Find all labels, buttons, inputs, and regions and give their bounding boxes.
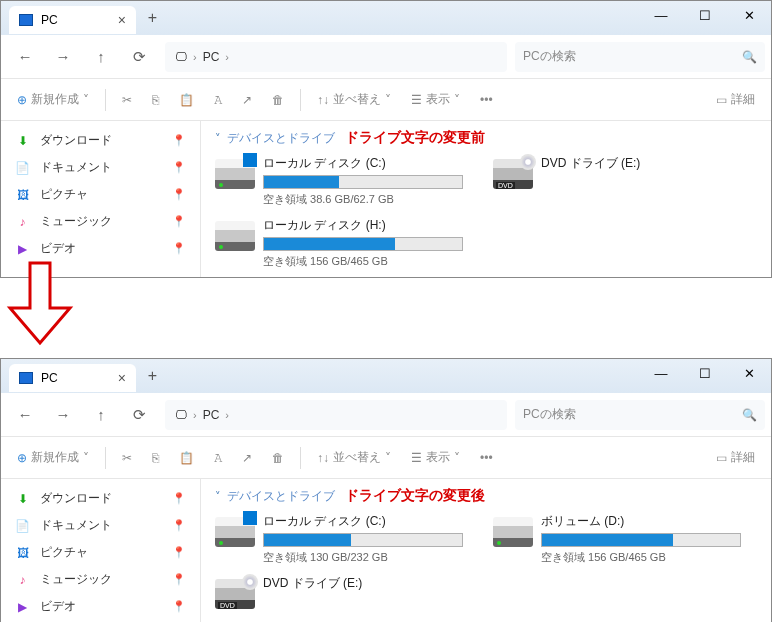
drive-c[interactable]: ローカル ディスク (C:) 空き領域 130 GB/232 GB <box>215 513 473 565</box>
sidebar: ⬇ダウンロード📍 📄ドキュメント📍 🖼ピクチャ📍 ♪ミュージック📍 ▶ビデオ📍 <box>1 479 201 622</box>
copy-button[interactable]: ⎘ <box>144 89 167 111</box>
close-tab-icon[interactable]: × <box>118 12 126 28</box>
tab-pc[interactable]: PC × <box>9 364 136 392</box>
dvd-icon <box>493 159 533 189</box>
sidebar: ⬇ダウンロード📍 📄ドキュメント📍 🖼ピクチャ📍 ♪ミュージック📍 ▶ビデオ📍 <box>1 121 201 277</box>
rename-button[interactable]: 𝙰 <box>206 447 230 469</box>
back-button[interactable]: ← <box>7 41 43 73</box>
view-button[interactable]: ☰ 表示 ˅ <box>403 87 468 112</box>
close-button[interactable]: ✕ <box>727 359 771 387</box>
forward-button[interactable]: → <box>45 399 81 431</box>
breadcrumb[interactable]: 🖵 › PC › <box>165 400 507 430</box>
cut-button[interactable]: ✂ <box>114 447 140 469</box>
content-pane: ˅ デバイスとドライブ ドライブ文字の変更前 ローカル ディスク (C:) 空き… <box>201 121 771 277</box>
search-placeholder: PCの検索 <box>523 406 576 423</box>
new-button[interactable]: ⊕新規作成˅ <box>9 445 97 470</box>
search-input[interactable]: PCの検索 🔍 <box>515 400 765 430</box>
maximize-button[interactable]: ☐ <box>683 359 727 387</box>
more-button[interactable]: ••• <box>472 447 501 469</box>
sidebar-item-videos[interactable]: ▶ビデオ📍 <box>1 593 200 620</box>
titlebar: PC × + — ☐ ✕ <box>1 1 771 35</box>
refresh-button[interactable]: ⟳ <box>121 41 157 73</box>
sidebar-item-downloads[interactable]: ⬇ダウンロード📍 <box>1 127 200 154</box>
breadcrumb[interactable]: 🖵 › PC › <box>165 42 507 72</box>
close-tab-icon[interactable]: × <box>118 370 126 386</box>
tab-pc[interactable]: PC × <box>9 6 136 34</box>
drive-dvd-e[interactable]: DVD ドライブ (E:) <box>493 155 751 207</box>
drive-dvd-e[interactable]: DVD ドライブ (E:) <box>215 575 473 609</box>
share-button[interactable]: ↗ <box>234 447 260 469</box>
drive-c[interactable]: ローカル ディスク (C:) 空き領域 38.6 GB/62.7 GB <box>215 155 473 207</box>
chevron-right-icon: › <box>225 409 229 421</box>
maximize-button[interactable]: ☐ <box>683 1 727 29</box>
pin-icon: 📍 <box>172 134 186 147</box>
drive-icon <box>215 221 255 251</box>
chevron-right-icon: › <box>225 51 229 63</box>
pc-icon <box>19 372 33 384</box>
sidebar-item-pictures[interactable]: 🖼ピクチャ📍 <box>1 539 200 566</box>
search-input[interactable]: PCの検索 🔍 <box>515 42 765 72</box>
pc-icon <box>19 14 33 26</box>
delete-button[interactable]: 🗑 <box>264 447 292 469</box>
forward-button[interactable]: → <box>45 41 81 73</box>
dvd-icon <box>215 579 255 609</box>
more-button[interactable]: ••• <box>472 89 501 111</box>
chevron-down-icon[interactable]: ˅ <box>215 132 221 145</box>
pc-icon: 🖵 <box>169 50 193 64</box>
titlebar: PC × + — ☐ ✕ <box>1 359 771 393</box>
toolbar: ⊕新規作成˅ ✂ ⎘ 📋 𝙰 ↗ 🗑 ↑↓ 並べ替え ˅ ☰ 表示 ˅ ••• … <box>1 79 771 121</box>
sort-button[interactable]: ↑↓ 並べ替え ˅ <box>309 445 399 470</box>
crumb-pc[interactable]: PC <box>197 50 226 64</box>
minimize-button[interactable]: — <box>639 359 683 387</box>
share-button[interactable]: ↗ <box>234 89 260 111</box>
tab-title: PC <box>41 13 58 27</box>
paste-button[interactable]: 📋 <box>171 447 202 469</box>
view-button[interactable]: ☰ 表示 ˅ <box>403 445 468 470</box>
sidebar-item-pictures[interactable]: 🖼ピクチャ📍 <box>1 181 200 208</box>
delete-button[interactable]: 🗑 <box>264 89 292 111</box>
sidebar-item-documents[interactable]: 📄ドキュメント📍 <box>1 154 200 181</box>
details-pane-button[interactable]: ▭ 詳細 <box>708 445 763 470</box>
sort-button[interactable]: ↑↓ 並べ替え ˅ <box>309 87 399 112</box>
new-button[interactable]: ⊕新規作成˅ <box>9 87 97 112</box>
drive-h[interactable]: ローカル ディスク (H:) 空き領域 156 GB/465 GB <box>215 217 473 269</box>
annotation-before: ドライブ文字の変更前 <box>345 129 485 147</box>
navbar: ← → ↑ ⟳ 🖵 › PC › PCの検索 🔍 <box>1 393 771 437</box>
sidebar-item-music[interactable]: ♪ミュージック📍 <box>1 566 200 593</box>
refresh-button[interactable]: ⟳ <box>121 399 157 431</box>
new-tab-button[interactable]: + <box>148 9 157 27</box>
up-button[interactable]: ↑ <box>83 41 119 73</box>
pin-icon: 📍 <box>172 215 186 228</box>
new-tab-button[interactable]: + <box>148 367 157 385</box>
minimize-button[interactable]: — <box>639 1 683 29</box>
cut-button[interactable]: ✂ <box>114 89 140 111</box>
tab-title: PC <box>41 371 58 385</box>
rename-button[interactable]: 𝙰 <box>206 89 230 111</box>
drive-icon <box>215 517 255 547</box>
explorer-window-before: PC × + — ☐ ✕ ← → ↑ ⟳ 🖵 › PC › PCの検索 🔍 ⊕新… <box>0 0 772 278</box>
close-button[interactable]: ✕ <box>727 1 771 29</box>
pin-icon: 📍 <box>172 600 186 613</box>
pin-icon: 📍 <box>172 161 186 174</box>
copy-button[interactable]: ⎘ <box>144 447 167 469</box>
chevron-down-icon[interactable]: ˅ <box>215 490 221 503</box>
details-pane-button[interactable]: ▭ 詳細 <box>708 87 763 112</box>
crumb-pc[interactable]: PC <box>197 408 226 422</box>
back-button[interactable]: ← <box>7 399 43 431</box>
pin-icon: 📍 <box>172 188 186 201</box>
sidebar-item-music[interactable]: ♪ミュージック📍 <box>1 208 200 235</box>
drive-icon <box>493 517 533 547</box>
pc-icon: 🖵 <box>169 408 193 422</box>
up-button[interactable]: ↑ <box>83 399 119 431</box>
sidebar-item-downloads[interactable]: ⬇ダウンロード📍 <box>1 485 200 512</box>
annotation-after: ドライブ文字の変更後 <box>345 487 485 505</box>
search-icon: 🔍 <box>742 50 757 64</box>
section-label: デバイスとドライブ <box>227 488 335 505</box>
pin-icon: 📍 <box>172 546 186 559</box>
sidebar-item-documents[interactable]: 📄ドキュメント📍 <box>1 512 200 539</box>
drive-d[interactable]: ボリューム (D:) 空き領域 156 GB/465 GB <box>493 513 751 565</box>
pin-icon: 📍 <box>172 573 186 586</box>
pin-icon: 📍 <box>172 492 186 505</box>
paste-button[interactable]: 📋 <box>171 89 202 111</box>
content-pane: ˅ デバイスとドライブ ドライブ文字の変更後 ローカル ディスク (C:) 空き… <box>201 479 771 622</box>
